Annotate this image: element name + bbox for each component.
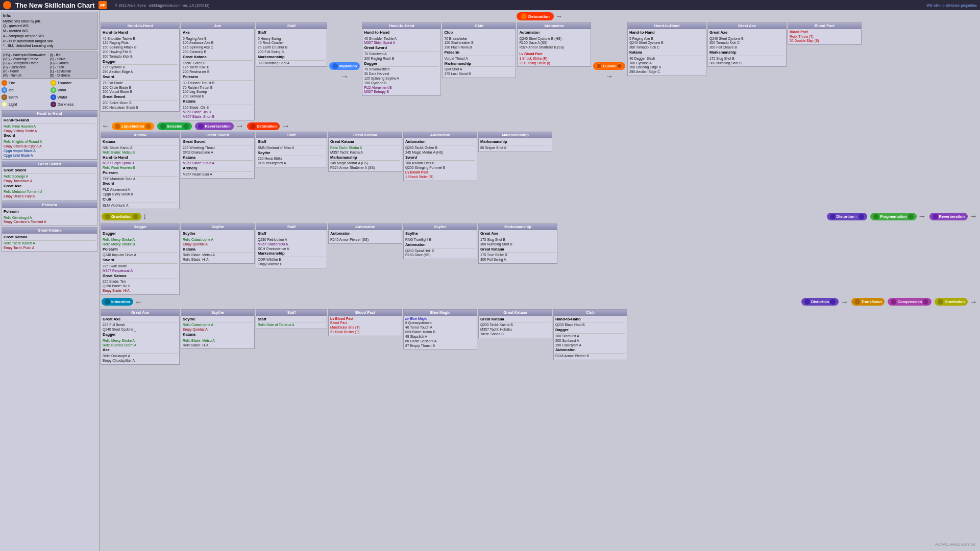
wt-dagger-col1: Dagger xyxy=(103,59,178,65)
col5-2: Scythe Scythe Relic Catastrophe A Empy Q… xyxy=(181,309,255,365)
col-3: Staff Staff 5 Heavy Swing 40 Rock Crushe… xyxy=(256,22,327,120)
chart-area[interactable]: Detonation → Hand-to-Hand Hand-to-Hand 4… xyxy=(100,10,980,551)
fire-label: Fire xyxy=(9,81,15,85)
wt-hth-col3: Hand-to-Hand xyxy=(103,155,178,161)
s-dag-c5-1: Relic Mercy Stroke A xyxy=(103,339,178,343)
wt-club-col3: Club xyxy=(103,197,178,203)
wt-scythe-c4: Scythe xyxy=(183,231,253,237)
club-center-header: Club xyxy=(443,23,516,29)
wtype-greataxe-1: Great Axe xyxy=(4,184,95,190)
distortion-icon-bottom xyxy=(804,299,810,305)
detonation-icon-right xyxy=(250,123,256,129)
s-dag-c4-2: Relic Mercy Stroke B xyxy=(103,242,178,247)
impaction-label-left: Impaction xyxy=(329,62,360,70)
bp-right-header: Blood Pact xyxy=(788,23,861,29)
wt-sword-col3-2: Sword xyxy=(405,155,475,161)
darkness-icon xyxy=(51,102,56,107)
node-marks-col4: Marksmanship Great Axe 175 Slug Shot B 3… xyxy=(478,223,557,264)
s-sw-c3-3: 100 Asuran Fists B xyxy=(405,161,475,166)
node-staff-col3: Staff Staff 5 Heavy Swing 40 Rock Crushe… xyxy=(256,22,327,67)
ffj-badge: FF xyxy=(99,1,107,9)
s-auto-c4-21: Q240 Spiral Hell B xyxy=(405,249,475,254)
induration-arrow: ← xyxy=(135,297,143,307)
reverberation-text: Reverberation xyxy=(205,124,230,129)
reverberation-arrow: → xyxy=(969,212,977,221)
s-gk-c4-2: Q250 Blade: Ku B xyxy=(103,284,178,289)
fragmentation-conn: Fragmentation → xyxy=(870,212,926,221)
wt-sword-col1: Sword xyxy=(103,74,178,81)
element-grid: Fire Thunder Ice Wind Earth Water xyxy=(2,80,97,107)
wt-auto-1: Automaton xyxy=(519,30,589,36)
s-gk-c4-3: Empy Blade: Hi A xyxy=(103,289,178,293)
wt-staff-col3: Staff xyxy=(258,30,325,36)
col-club-center: Club Club 70 Brainshaker 150 Skullbreake… xyxy=(442,22,516,120)
node-axe-col2: Axe Axe 5 Raging Axe B 100 Avalance Axe … xyxy=(181,22,255,120)
s-hth-2: 125 Raging Fists xyxy=(103,41,178,45)
skill-gk-e1: Empy Tachi: Fudo A xyxy=(4,246,95,251)
node-auto-col4: Automaton Automaton R245 Armor Piercer (… xyxy=(328,223,402,243)
s-bm-c5-1: Lv Blue Magic xyxy=(405,317,475,321)
bm-col5-header: Blue Magic xyxy=(404,310,477,316)
skill-sw-c2: Cpgn Uriel Blade A xyxy=(4,154,95,158)
s-mk-c32-2: R324 Armor Shatterer A (SS) xyxy=(330,166,400,170)
wt-sword-c4: Sword xyxy=(103,258,178,264)
s-kat-1: 150 Blade: Chi B xyxy=(183,106,253,110)
s-scythe-c5-1: Relic Catastrophe A xyxy=(183,323,253,328)
s-nc1-d1: 70 Shadowstitch xyxy=(364,67,439,72)
col5-club: Club Hand-to-Hand Q230 Black Halo B Dagg… xyxy=(553,309,627,365)
club-col5-header: Club xyxy=(554,310,627,316)
node-club-center: Club Club 70 Brainshaker 150 Skullbreake… xyxy=(442,22,516,78)
sc-row-4: Dagger Dagger Relic Mercy Stroke A Relic… xyxy=(101,223,978,294)
s-staff-c4-2: M357 Shattersoul A xyxy=(258,242,325,247)
col-2: Axe Axe 5 Raging Axe B 100 Avalance Axe … xyxy=(181,22,255,120)
right-arrow-impaction: → xyxy=(340,72,349,81)
col3-4: Great Katana Great Katana Relic Tachi: S… xyxy=(328,132,402,209)
s-sw-2: 100 Circle Blade B xyxy=(103,86,178,90)
col-bloodpact: Automaton Automaton Q240 Steel Cyclone B… xyxy=(517,22,591,120)
legend-t: (T) - Titan xyxy=(50,65,96,69)
ga-col5-header: Great Axe xyxy=(101,310,179,316)
left-skill-nodes: Hand-to-Hand Hand-to-Hand Relic Final He… xyxy=(2,110,97,252)
elem-darkness: Darkness xyxy=(51,102,98,107)
s-sw-c3-1: PLD Atonement A xyxy=(103,188,178,192)
left-sidebar: Info: Mythic WS listed by job. Q - quest… xyxy=(0,10,100,551)
reverberation-badge: Reverberation xyxy=(195,122,233,130)
s-hth-4: 200 Howling Fist B xyxy=(103,50,178,55)
skill-sw-e1: Empy Chant du Cygne A xyxy=(4,144,95,149)
bloodpact-label-1: Lv Blood Pact xyxy=(519,52,589,57)
s-kat-c5-2: Relic Blade: Hi A xyxy=(183,343,253,348)
s-mk-1: 300 Numbing Shot A xyxy=(258,61,325,66)
s-dag-c4-1: Relic Mercy Stroke A xyxy=(103,238,178,242)
auto-col4-header: Automaton xyxy=(329,224,402,230)
water-icon xyxy=(51,94,56,100)
node-katana-col3: Katana Katana NIN Blade: Kamu A Relic Bl… xyxy=(101,132,180,209)
gravitation-text-right: Gravitation xyxy=(944,299,965,304)
gravitation-conn: Gravitation ↓ xyxy=(102,212,147,221)
legend-d: (D) - Diabolos xyxy=(50,73,96,77)
s-mk-c4-2: Empy Wildfire B xyxy=(258,262,325,267)
s-bm-c5-4: NIN Blade: Kamu B xyxy=(405,330,475,335)
col4-3: Staff Staff Q230 Retribution A M357 Shat… xyxy=(256,223,327,294)
node-polearm-1: Polearm Polearm Relic Geirskogul A Empy … xyxy=(2,202,97,226)
s-pol-4: 200 Skewar B xyxy=(183,94,253,99)
bp-col5-header: Blood Pact xyxy=(329,310,402,316)
legend-f: (F) - Fenrir xyxy=(3,69,50,73)
node-greataxe-col5: Great Axe Great Axe 225 Full Break Q240 … xyxy=(101,309,180,365)
gravitation-icon xyxy=(105,214,110,219)
s-hth-3: 150 Spinning Attack B xyxy=(103,45,178,50)
s-sw-c3-4: Q250 Stringing Pummel B xyxy=(405,166,475,170)
s-kat-r2: 100 Cyclone A xyxy=(629,61,704,66)
s-hth-5: 300 Tornado Kick B xyxy=(103,55,178,59)
gk-col5-header: Great Katana xyxy=(479,310,552,316)
bp-col5-s1: Blood Pact xyxy=(330,321,400,325)
info-title: Info: xyxy=(3,13,11,18)
gravitation-arrow-right: → xyxy=(969,297,977,307)
axe-col2-header: Axe xyxy=(181,23,254,29)
s-hth-r2: Q240 Steel Cyclone B xyxy=(629,41,704,45)
s-gk-c4-r1: 175 True Strike B xyxy=(480,253,555,258)
fusion-icon-2 xyxy=(617,63,622,69)
reverberation-conn: Reverberation → xyxy=(195,121,243,131)
detonation-icon-top xyxy=(521,13,527,19)
s-pol-2: 70 Raiden Thrust B xyxy=(183,86,253,90)
s-mk-c32-1: 245 Magic Mortar A (HS) xyxy=(330,161,400,166)
